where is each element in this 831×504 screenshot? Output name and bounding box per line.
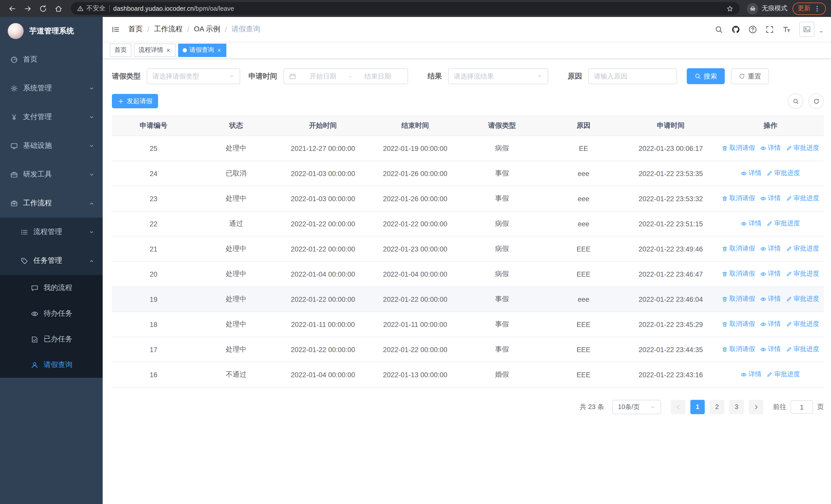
detail-action-link[interactable]: 详情 [760, 244, 781, 253]
toggle-search-button[interactable] [788, 93, 803, 109]
chevron-down-icon [89, 85, 94, 91]
reset-button[interactable]: 重置 [731, 68, 769, 84]
tab-process-detail[interactable]: 流程详情 [134, 43, 175, 57]
prev-page-button[interactable] [671, 400, 685, 414]
tab-leave-query[interactable]: 请假查询 [178, 43, 226, 57]
cell-start-time: 2022-01-03 00:00:00 [277, 161, 369, 186]
page-button-1[interactable]: 1 [690, 400, 705, 414]
chevron-down-icon [89, 114, 94, 120]
cell-apply-time: 2022-01-22 23:53:32 [624, 186, 717, 211]
table-row: 16不通过2022-01-04 00:00:002022-01-13 00:00… [112, 362, 824, 387]
edit-icon [767, 372, 773, 378]
sidebar-item-infrastructure[interactable]: 基础设施 [0, 131, 103, 160]
breadcrumb-item[interactable]: 工作流程 [154, 25, 183, 34]
avatar-caret-icon[interactable] [819, 29, 824, 34]
cell-start-time: 2022-01-04 00:00:00 [277, 262, 369, 287]
leave-type-select[interactable]: 请选择请假类型 [147, 68, 240, 84]
chat-icon [31, 284, 38, 292]
detail-action-link[interactable]: 详情 [760, 295, 781, 304]
cancel-action-link[interactable]: 取消请假 [722, 244, 755, 253]
sidebar-item-payment[interactable]: 支付管理 [0, 102, 103, 131]
sidebar-item-task-mgmt[interactable]: 任务管理 [0, 246, 103, 275]
progress-action-link[interactable]: 审批进度 [786, 320, 819, 329]
detail-action-link[interactable]: 详情 [760, 345, 781, 354]
browser-home-icon[interactable] [51, 1, 66, 16]
sidebar-toggle-icon[interactable] [103, 17, 128, 41]
sidebar-item-home[interactable]: 首页 [0, 45, 103, 74]
search-button[interactable]: 搜索 [687, 68, 725, 84]
detail-action-link[interactable]: 详情 [741, 219, 762, 228]
header-search-icon[interactable] [715, 25, 723, 34]
browser-menu-icon[interactable] [813, 5, 821, 12]
update-label[interactable]: 更新 [798, 4, 810, 13]
sidebar-item-workflow[interactable]: 工作流程 [0, 189, 103, 217]
progress-action-link[interactable]: 审批进度 [767, 169, 800, 178]
detail-action-link[interactable]: 详情 [760, 144, 781, 153]
screen: 不安全 dashboard.yudao.iocoder.cn/bpm/oa/le… [0, 0, 831, 504]
progress-action-link[interactable]: 审批进度 [786, 244, 819, 253]
url-host: dashboard.yudao.iocoder.cn [113, 5, 194, 12]
detail-action-link[interactable]: 详情 [760, 270, 781, 278]
page-button-3[interactable]: 3 [729, 400, 744, 414]
detail-action-link[interactable]: 详情 [760, 194, 781, 203]
browser-back-icon[interactable] [5, 1, 20, 16]
detail-action-link[interactable]: 详情 [760, 320, 781, 329]
cancel-action-link[interactable]: 取消请假 [722, 194, 755, 203]
progress-action-link[interactable]: 审批进度 [786, 270, 819, 278]
cancel-action-link[interactable]: 取消请假 [722, 345, 755, 354]
help-icon[interactable] [748, 25, 757, 34]
address-bar[interactable]: 不安全 dashboard.yudao.iocoder.cn/bpm/oa/le… [71, 2, 740, 15]
result-select[interactable]: 请选择流结果 [448, 68, 548, 84]
reason-input[interactable]: 请输入原因 [588, 68, 677, 84]
create-leave-button[interactable]: 发起请假 [112, 94, 158, 108]
sidebar-item-process-mgmt[interactable]: 流程管理 [0, 217, 103, 246]
user-avatar[interactable] [799, 22, 814, 37]
progress-action-link[interactable]: 审批进度 [786, 295, 819, 304]
breadcrumb-item[interactable]: OA 示例 [194, 25, 221, 34]
close-tab-icon[interactable] [166, 48, 171, 53]
sidebar-item-leave-query[interactable]: 请假查询 [0, 352, 103, 378]
sidebar-item-label: 任务管理 [33, 256, 86, 265]
cell-leave-type: 病假 [461, 262, 543, 287]
progress-action-link[interactable]: 审批进度 [767, 370, 800, 379]
progress-action-link[interactable]: 审批进度 [786, 194, 819, 203]
finished-icon [31, 335, 38, 343]
url-text[interactable]: dashboard.yudao.iocoder.cn/bpm/oa/leave [113, 5, 723, 12]
browser-update-chip[interactable]: 更新 [793, 2, 826, 14]
progress-action-link[interactable]: 审批进度 [786, 345, 819, 354]
progress-action-link[interactable]: 审批进度 [786, 144, 819, 153]
cancel-action-link[interactable]: 取消请假 [722, 320, 755, 329]
page-size-select[interactable]: 10条/页 [612, 400, 661, 414]
tab-home[interactable]: 首页 [110, 43, 132, 57]
detail-action-link[interactable]: 详情 [741, 370, 762, 379]
cell-id: 21 [112, 236, 195, 262]
sidebar-item-my-process[interactable]: 我的流程 [0, 275, 103, 301]
sidebar-item-system[interactable]: 系统管理 [0, 74, 103, 102]
bookmark-star-icon[interactable] [726, 5, 734, 12]
sidebar-item-done-task[interactable]: 已办任务 [0, 326, 103, 352]
sidebar-item-todo-task[interactable]: 待办任务 [0, 301, 103, 326]
next-page-button[interactable] [749, 400, 763, 414]
github-icon[interactable] [732, 25, 740, 34]
sidebar-item-devtools[interactable]: 研发工具 [0, 160, 103, 189]
font-size-icon[interactable] [782, 25, 791, 34]
page-button-2[interactable]: 2 [710, 400, 724, 414]
view-icon [741, 372, 747, 378]
cancel-action-link[interactable]: 取消请假 [722, 295, 755, 304]
security-warning[interactable]: 不安全 [77, 4, 106, 13]
goto-page-input[interactable] [791, 400, 813, 414]
view-icon [760, 196, 766, 202]
breadcrumb-item[interactable]: 首页 [128, 25, 143, 34]
browser-forward-icon[interactable] [21, 1, 35, 16]
view-icon [760, 145, 766, 151]
progress-action-link[interactable]: 审批进度 [767, 219, 800, 228]
detail-action-link[interactable]: 详情 [741, 169, 762, 178]
cancel-action-link[interactable]: 取消请假 [722, 270, 755, 278]
cell-leave-type: 事假 [461, 186, 543, 211]
fullscreen-icon[interactable] [765, 25, 774, 34]
cancel-action-link[interactable]: 取消请假 [722, 144, 755, 153]
browser-reload-icon[interactable] [36, 1, 50, 16]
close-tab-icon[interactable] [217, 48, 222, 53]
apply-time-range-picker[interactable]: 开始日期 - 结束日期 [283, 68, 408, 84]
refresh-table-button[interactable] [808, 93, 824, 109]
